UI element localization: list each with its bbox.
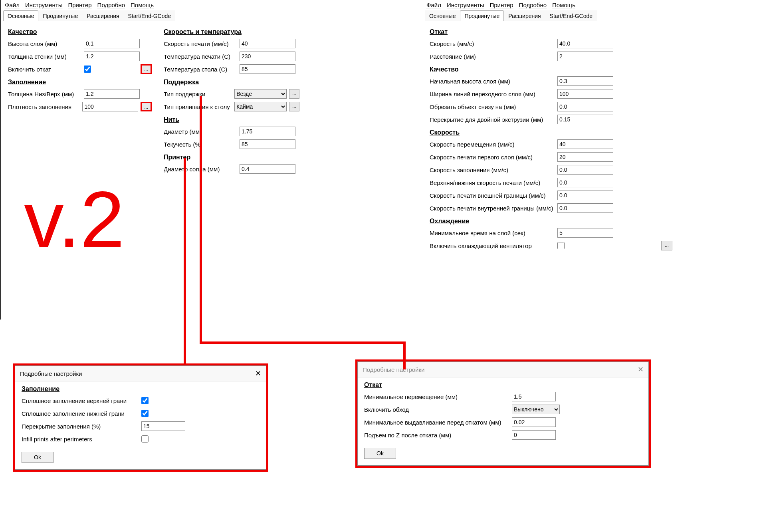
min-layer-time-input[interactable] (557, 228, 613, 238)
fan-enable-checkbox[interactable] (557, 242, 565, 249)
topbot-speed-input[interactable] (557, 178, 613, 187)
tab-advanced-r[interactable]: Продвинутые (460, 10, 504, 21)
menu-printer[interactable]: Принтер (68, 2, 91, 8)
section-support: Поддержка (164, 79, 299, 86)
min-travel-label: Минимальное перемещение (мм) (364, 393, 512, 400)
menu-tools[interactable]: Инструменты (25, 2, 63, 8)
menu-help[interactable]: Помощь (131, 2, 154, 8)
outer-speed-input[interactable] (557, 191, 613, 200)
adhesion-type-label: Тип прилипания к столу (164, 103, 234, 110)
section-retract: Откат (430, 28, 672, 36)
section-quality-adv: Качество (430, 66, 672, 73)
fan-enable-label: Включить охлаждающий вентилятор (430, 242, 557, 249)
bottom-top-input[interactable] (84, 89, 140, 99)
tabbar-left: Основные Продвинутые Расширения Start/En… (2, 10, 301, 21)
tab-gcode-r[interactable]: Start/End-GCode (545, 10, 597, 21)
bottom-top-label: Толщина Низ/Верх (мм) (8, 91, 84, 97)
menu-help-r[interactable]: Помощь (552, 2, 575, 8)
adhesion-type-more-button[interactable]: ... (289, 102, 299, 111)
ok-button[interactable]: Ok (22, 452, 54, 463)
infill-overlap-input[interactable] (141, 421, 185, 431)
retract-more-button[interactable]: ... (141, 64, 152, 74)
outer-speed-label: Скорость печати внешней границы (мм/с) (430, 192, 557, 199)
support-type-more-button[interactable]: ... (289, 89, 299, 99)
section-quality: Качество (8, 28, 152, 36)
combing-label: Включить обход (364, 406, 512, 413)
tab-advanced[interactable]: Продвинутые (38, 10, 82, 21)
layer-height-label: Высота слоя (мм) (8, 40, 84, 47)
retract-speed-label: Скорость (мм/с) (430, 40, 557, 47)
retract-dist-label: Расстояние (мм) (430, 53, 557, 60)
wall-thickness-input[interactable] (84, 52, 140, 61)
inner-speed-label: Скорость печати внутренней границы (мм/с… (430, 205, 557, 212)
menu-file[interactable]: Файл (5, 2, 20, 8)
popup-retract-section: Откат (364, 381, 642, 389)
menu-file-r[interactable]: Файл (426, 2, 441, 8)
ok-button[interactable]: Ok (364, 448, 396, 459)
print-speed-input[interactable] (240, 39, 295, 48)
solid-bottom-checkbox[interactable] (141, 410, 149, 417)
tab-basic[interactable]: Основные (3, 10, 38, 21)
tab-basic-r[interactable]: Основные (425, 10, 460, 21)
bed-temp-input[interactable] (240, 64, 295, 74)
travel-speed-input[interactable] (557, 139, 613, 149)
fill-density-label: Плотность заполнения (8, 103, 82, 110)
min-layer-time-label: Минимальное время на слой (сек) (430, 230, 557, 236)
solid-top-checkbox[interactable] (141, 397, 149, 404)
infill-speed-label: Скорость заполнения (мм/с) (430, 167, 557, 173)
menu-printer-r[interactable]: Принтер (489, 2, 513, 8)
print-speed-label: Скорость печати (мм/с) (164, 40, 240, 47)
tabbar-right: Основные Продвинутые Расширения Start/En… (423, 10, 679, 21)
retract-dist-input[interactable] (557, 52, 613, 61)
init-layer-label: Начальная высота слоя (мм) (430, 78, 557, 85)
min-extrude-input[interactable] (512, 417, 556, 427)
support-type-label: Тип поддержки (164, 91, 234, 97)
support-type-select[interactable]: Везде (234, 89, 287, 99)
nozzle-diameter-input[interactable] (240, 164, 295, 174)
dual-overlap-input[interactable] (557, 115, 613, 124)
menubar-right: Файл Инструменты Принтер Подробно Помощь (423, 0, 679, 10)
min-travel-input[interactable] (512, 392, 556, 401)
line-width-input[interactable] (557, 89, 613, 99)
cut-bottom-input[interactable] (557, 102, 613, 111)
popup-fill-title: Подробные настройки (20, 370, 82, 377)
filament-flow-input[interactable] (240, 139, 295, 149)
zhop-label: Подъем по Z после отката (мм) (364, 432, 512, 439)
close-icon[interactable]: ✕ (638, 365, 644, 374)
print-temp-label: Температура печати (C) (164, 53, 240, 60)
zhop-input[interactable] (512, 430, 556, 440)
filament-diameter-input[interactable] (240, 127, 295, 136)
menu-tools-r[interactable]: Инструменты (447, 2, 484, 8)
fill-more-button[interactable]: ... (141, 102, 152, 111)
min-extrude-label: Минимальное выдавливание перед откатом (… (364, 419, 512, 426)
retract-speed-input[interactable] (557, 39, 613, 48)
tab-plugins-r[interactable]: Расширения (504, 10, 545, 21)
infill-overlap-label: Перекрытие заполнения (%) (22, 423, 141, 430)
tab-plugins[interactable]: Расширения (82, 10, 123, 21)
close-icon[interactable]: ✕ (255, 369, 261, 378)
print-temp-input[interactable] (240, 52, 295, 61)
infill-after-perim-label: Infill prints after perimeters (22, 436, 141, 443)
section-speedtemp: Скорость и температура (164, 28, 299, 36)
fan-more-button[interactable]: ... (661, 241, 672, 250)
menu-details[interactable]: Подробно (97, 2, 125, 8)
combing-select[interactable]: Выключено (512, 405, 560, 414)
layer-height-input[interactable] (84, 39, 140, 48)
tab-gcode[interactable]: Start/End-GCode (124, 10, 175, 21)
adhesion-type-select[interactable]: Кайма (234, 102, 287, 111)
solid-top-label: Сплошное заполнение верхней грани (22, 397, 141, 404)
cut-bottom-label: Обрезать объект снизу на (мм) (430, 103, 557, 110)
popup-retract-title: Подробные настройки (363, 366, 424, 373)
dual-overlap-label: Перекрытие для двойной экструзии (мм) (430, 116, 557, 123)
retract-enable-checkbox[interactable] (84, 66, 91, 73)
infill-speed-input[interactable] (557, 165, 613, 175)
retract-enable-label: Включить откат (8, 66, 84, 73)
inner-speed-input[interactable] (557, 203, 613, 213)
infill-after-perim-checkbox[interactable] (141, 435, 149, 443)
menu-details-r[interactable]: Подробно (519, 2, 547, 8)
first-layer-speed-input[interactable] (557, 152, 613, 162)
init-layer-input[interactable] (557, 76, 613, 86)
fill-density-input[interactable] (82, 102, 138, 111)
solid-bottom-label: Сплошное заполнение нижней грани (22, 410, 141, 417)
bed-temp-label: Температура стола (C) (164, 66, 240, 73)
